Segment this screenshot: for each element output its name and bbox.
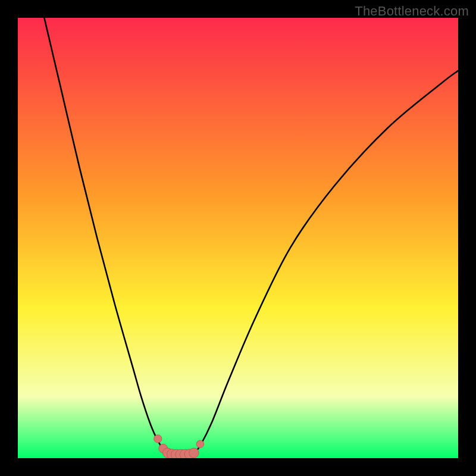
watermark-text: TheBottleneck.com [355, 4, 469, 19]
marker-dot [154, 435, 162, 443]
chart-frame: TheBottleneck.com [0, 0, 476, 476]
gradient-background [18, 18, 458, 458]
marker-dot [189, 448, 199, 458]
bottleneck-chart [18, 18, 458, 458]
marker-dot [196, 440, 204, 448]
